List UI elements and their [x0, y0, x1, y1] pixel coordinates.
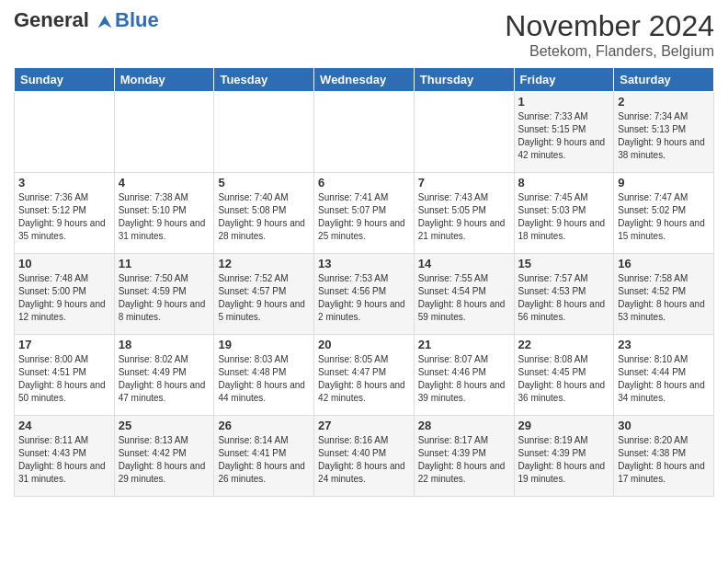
- calendar-cell: 4Sunrise: 7:38 AM Sunset: 5:10 PM Daylig…: [114, 173, 214, 254]
- day-number: 6: [318, 176, 410, 190]
- day-number: 8: [518, 176, 610, 190]
- calendar-cell: 11Sunrise: 7:50 AM Sunset: 4:59 PM Dayli…: [114, 254, 214, 335]
- day-number: 17: [18, 338, 110, 351]
- day-number: 30: [618, 419, 710, 432]
- col-wednesday: Wednesday: [314, 68, 415, 92]
- day-info: Sunrise: 7:43 AM Sunset: 5:05 PM Dayligh…: [418, 191, 510, 243]
- col-tuesday: Tuesday: [214, 68, 314, 92]
- month-title: November 2024: [505, 9, 714, 43]
- day-number: 24: [18, 419, 110, 432]
- page-container: General Blue November 2024 Betekom, Flan…: [0, 0, 728, 506]
- col-friday: Friday: [514, 68, 614, 92]
- calendar-cell: [414, 92, 514, 173]
- calendar-cell: 15Sunrise: 7:57 AM Sunset: 4:53 PM Dayli…: [514, 254, 614, 335]
- day-info: Sunrise: 8:14 AM Sunset: 4:41 PM Dayligh…: [218, 434, 310, 486]
- calendar-week-row: 1Sunrise: 7:33 AM Sunset: 5:15 PM Daylig…: [15, 92, 714, 173]
- day-info: Sunrise: 8:20 AM Sunset: 4:38 PM Dayligh…: [618, 434, 710, 486]
- day-number: 23: [618, 338, 710, 351]
- calendar-cell: 29Sunrise: 8:19 AM Sunset: 4:39 PM Dayli…: [514, 416, 614, 497]
- day-info: Sunrise: 8:02 AM Sunset: 4:49 PM Dayligh…: [119, 353, 210, 405]
- logo-blue: Blue: [115, 9, 159, 31]
- header: General Blue November 2024 Betekom, Flan…: [14, 9, 714, 60]
- calendar-cell: 7Sunrise: 7:43 AM Sunset: 5:05 PM Daylig…: [414, 173, 514, 254]
- calendar-cell: 12Sunrise: 7:52 AM Sunset: 4:57 PM Dayli…: [214, 254, 314, 335]
- day-number: 7: [418, 176, 510, 190]
- day-number: 15: [518, 257, 610, 270]
- day-info: Sunrise: 8:19 AM Sunset: 4:39 PM Dayligh…: [518, 434, 610, 486]
- calendar-cell: 25Sunrise: 8:13 AM Sunset: 4:42 PM Dayli…: [114, 416, 214, 497]
- title-block: November 2024 Betekom, Flanders, Belgium: [505, 9, 714, 60]
- calendar-cell: 14Sunrise: 7:55 AM Sunset: 4:54 PM Dayli…: [414, 254, 514, 335]
- col-sunday: Sunday: [15, 68, 115, 92]
- day-info: Sunrise: 7:34 AM Sunset: 5:13 PM Dayligh…: [618, 110, 710, 162]
- col-saturday: Saturday: [614, 68, 714, 92]
- calendar-cell: 23Sunrise: 8:10 AM Sunset: 4:44 PM Dayli…: [614, 335, 714, 416]
- day-info: Sunrise: 7:36 AM Sunset: 5:12 PM Dayligh…: [18, 191, 110, 243]
- day-info: Sunrise: 8:17 AM Sunset: 4:39 PM Dayligh…: [418, 434, 510, 486]
- calendar-cell: 20Sunrise: 8:05 AM Sunset: 4:47 PM Dayli…: [314, 335, 415, 416]
- day-info: Sunrise: 7:58 AM Sunset: 4:52 PM Dayligh…: [618, 272, 710, 324]
- calendar-cell: 17Sunrise: 8:00 AM Sunset: 4:51 PM Dayli…: [15, 335, 115, 416]
- day-number: 11: [119, 257, 210, 270]
- day-info: Sunrise: 8:10 AM Sunset: 4:44 PM Dayligh…: [618, 353, 710, 405]
- calendar-cell: 13Sunrise: 7:53 AM Sunset: 4:56 PM Dayli…: [314, 254, 415, 335]
- day-info: Sunrise: 7:55 AM Sunset: 4:54 PM Dayligh…: [418, 272, 510, 324]
- calendar-cell: 21Sunrise: 8:07 AM Sunset: 4:46 PM Dayli…: [414, 335, 514, 416]
- day-info: Sunrise: 8:13 AM Sunset: 4:42 PM Dayligh…: [119, 434, 210, 486]
- day-info: Sunrise: 8:11 AM Sunset: 4:43 PM Dayligh…: [18, 434, 110, 486]
- day-info: Sunrise: 7:45 AM Sunset: 5:03 PM Dayligh…: [518, 191, 610, 243]
- day-number: 14: [418, 257, 510, 270]
- day-info: Sunrise: 8:16 AM Sunset: 4:40 PM Dayligh…: [318, 434, 410, 486]
- day-number: 22: [518, 338, 610, 351]
- day-info: Sunrise: 7:57 AM Sunset: 4:53 PM Dayligh…: [518, 272, 610, 324]
- day-info: Sunrise: 8:05 AM Sunset: 4:47 PM Dayligh…: [318, 353, 410, 405]
- day-number: 2: [618, 95, 710, 109]
- calendar-cell: [214, 92, 314, 173]
- calendar-cell: 18Sunrise: 8:02 AM Sunset: 4:49 PM Dayli…: [114, 335, 214, 416]
- day-info: Sunrise: 7:52 AM Sunset: 4:57 PM Dayligh…: [218, 272, 310, 324]
- calendar-cell: 10Sunrise: 7:48 AM Sunset: 5:00 PM Dayli…: [15, 254, 115, 335]
- day-info: Sunrise: 8:03 AM Sunset: 4:48 PM Dayligh…: [218, 353, 310, 405]
- calendar-cell: 6Sunrise: 7:41 AM Sunset: 5:07 PM Daylig…: [314, 173, 415, 254]
- location-subtitle: Betekom, Flanders, Belgium: [505, 43, 714, 60]
- calendar-week-row: 24Sunrise: 8:11 AM Sunset: 4:43 PM Dayli…: [15, 416, 714, 497]
- day-info: Sunrise: 7:47 AM Sunset: 5:02 PM Dayligh…: [618, 191, 710, 243]
- day-info: Sunrise: 7:33 AM Sunset: 5:15 PM Dayligh…: [518, 110, 610, 162]
- calendar-cell: [114, 92, 214, 173]
- calendar-week-row: 3Sunrise: 7:36 AM Sunset: 5:12 PM Daylig…: [15, 173, 714, 254]
- day-number: 12: [218, 257, 310, 270]
- calendar-cell: 28Sunrise: 8:17 AM Sunset: 4:39 PM Dayli…: [414, 416, 514, 497]
- calendar-cell: [314, 92, 415, 173]
- logo: General Blue: [14, 9, 159, 31]
- day-info: Sunrise: 7:53 AM Sunset: 4:56 PM Dayligh…: [318, 272, 410, 324]
- day-info: Sunrise: 7:48 AM Sunset: 5:00 PM Dayligh…: [18, 272, 110, 324]
- day-number: 5: [218, 176, 310, 190]
- day-number: 19: [218, 338, 310, 351]
- day-number: 27: [318, 419, 410, 432]
- calendar-week-row: 17Sunrise: 8:00 AM Sunset: 4:51 PM Dayli…: [15, 335, 714, 416]
- day-number: 9: [618, 176, 710, 190]
- calendar-cell: 2Sunrise: 7:34 AM Sunset: 5:13 PM Daylig…: [614, 92, 714, 173]
- calendar-cell: 27Sunrise: 8:16 AM Sunset: 4:40 PM Dayli…: [314, 416, 415, 497]
- day-number: 10: [18, 257, 110, 270]
- day-number: 13: [318, 257, 410, 270]
- day-number: 25: [119, 419, 210, 432]
- calendar-cell: 9Sunrise: 7:47 AM Sunset: 5:02 PM Daylig…: [614, 173, 714, 254]
- day-info: Sunrise: 7:40 AM Sunset: 5:08 PM Dayligh…: [218, 191, 310, 243]
- calendar-week-row: 10Sunrise: 7:48 AM Sunset: 5:00 PM Dayli…: [15, 254, 714, 335]
- calendar-cell: 8Sunrise: 7:45 AM Sunset: 5:03 PM Daylig…: [514, 173, 614, 254]
- logo-general: General: [14, 8, 89, 31]
- day-number: 29: [518, 419, 610, 432]
- day-number: 21: [418, 338, 510, 351]
- col-monday: Monday: [114, 68, 214, 92]
- calendar-cell: 3Sunrise: 7:36 AM Sunset: 5:12 PM Daylig…: [15, 173, 115, 254]
- col-thursday: Thursday: [414, 68, 514, 92]
- calendar-cell: 16Sunrise: 7:58 AM Sunset: 4:52 PM Dayli…: [614, 254, 714, 335]
- calendar-cell: 24Sunrise: 8:11 AM Sunset: 4:43 PM Dayli…: [15, 416, 115, 497]
- logo-arrow-icon: [97, 13, 113, 29]
- day-info: Sunrise: 8:00 AM Sunset: 4:51 PM Dayligh…: [18, 353, 110, 405]
- calendar-cell: 30Sunrise: 8:20 AM Sunset: 4:38 PM Dayli…: [614, 416, 714, 497]
- calendar-header-row: Sunday Monday Tuesday Wednesday Thursday…: [15, 68, 714, 92]
- calendar-cell: 19Sunrise: 8:03 AM Sunset: 4:48 PM Dayli…: [214, 335, 314, 416]
- day-number: 28: [418, 419, 510, 432]
